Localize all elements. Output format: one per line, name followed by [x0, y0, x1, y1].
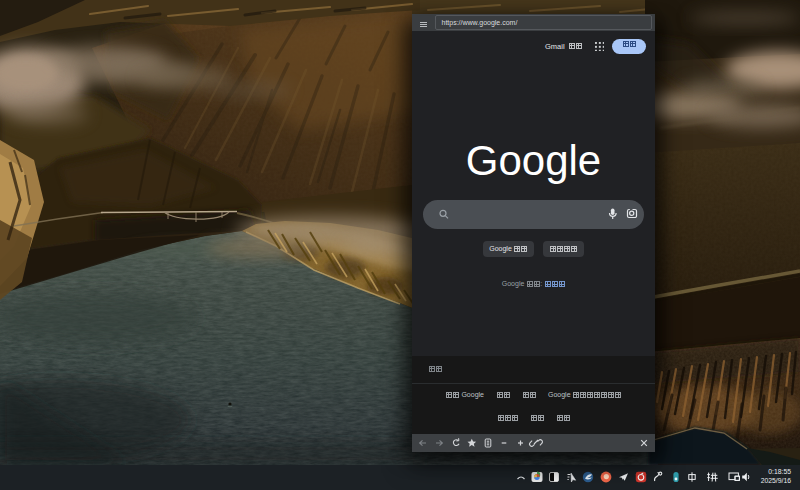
svg-text:2025/9/16: 2025/9/16 [761, 477, 791, 484]
svg-text:0:18:55: 0:18:55 [768, 468, 791, 475]
